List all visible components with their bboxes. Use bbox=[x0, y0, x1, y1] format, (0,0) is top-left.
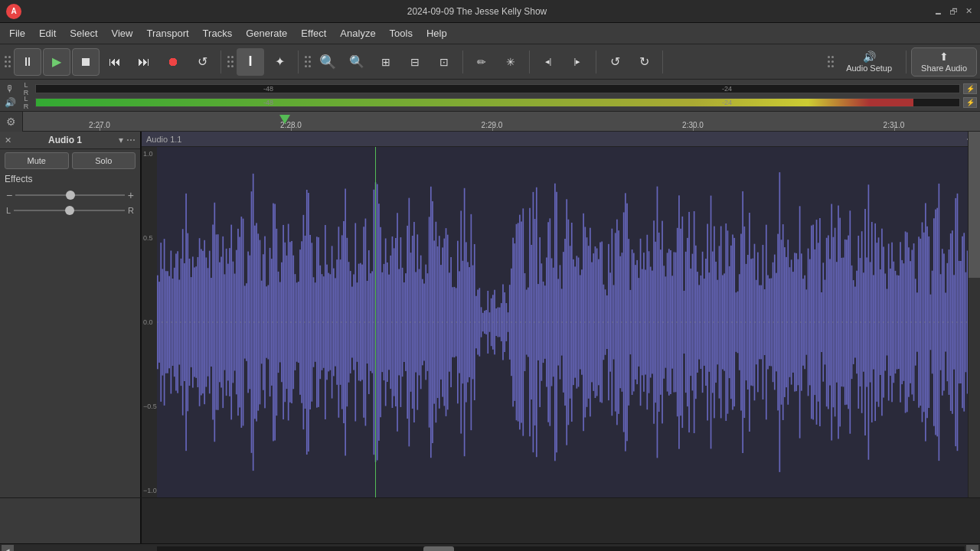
settings-gear-button[interactable]: ⚙ bbox=[0, 112, 23, 132]
maximize-button[interactable]: 🗗 bbox=[948, 6, 959, 17]
gain-slider[interactable] bbox=[15, 194, 125, 196]
menubar-item-help[interactable]: Help bbox=[420, 25, 453, 41]
vertical-scrollbar[interactable] bbox=[968, 132, 980, 497]
hscroll-track[interactable] bbox=[157, 546, 965, 552]
menubar-item-view[interactable]: View bbox=[106, 25, 139, 41]
drag-handle-tools[interactable] bbox=[226, 56, 235, 67]
trim-left-button[interactable]: ◂| bbox=[534, 48, 562, 76]
multi-tool-button[interactable]: ✳ bbox=[497, 48, 524, 76]
pan-label-l: L bbox=[6, 206, 11, 215]
meter-output-end[interactable]: ⚡ bbox=[963, 97, 977, 108]
pan-label-r: R bbox=[128, 206, 134, 215]
record-button[interactable]: ⏺ bbox=[159, 48, 187, 76]
track-close-icon[interactable]: ✕ bbox=[5, 135, 11, 145]
track-collapse-icon[interactable]: ▾ bbox=[119, 135, 123, 145]
menubar: FileEditSelectViewTransportTracksGenerat… bbox=[0, 23, 980, 44]
pause-button[interactable]: ⏸ bbox=[14, 48, 41, 76]
output-meter-bar[interactable]: -48 -24 bbox=[35, 98, 960, 107]
meter-input-end[interactable]: ⚡ bbox=[963, 83, 977, 94]
zoom-in-button[interactable]: 🔍 bbox=[314, 48, 341, 76]
input-meter-bar[interactable]: -48 -24 bbox=[35, 84, 960, 93]
menubar-item-generate[interactable]: Generate bbox=[240, 25, 293, 41]
hscroll-right-button[interactable]: ▸ bbox=[966, 545, 978, 552]
track-buttons: Mute Solo bbox=[0, 149, 140, 172]
zoom-fit-button[interactable]: ⊞ bbox=[372, 48, 400, 76]
audio-setup-button[interactable]: 🔊 Audio Setup bbox=[837, 47, 901, 77]
vscroll-thumb[interactable] bbox=[969, 132, 980, 278]
menubar-item-transport[interactable]: Transport bbox=[140, 25, 194, 41]
output-meter-icon[interactable]: 🔊 bbox=[3, 96, 17, 109]
meters-panel: 🎙 LR -48 -24 ⚡ 🔊 LR -48 -24 ⚡ bbox=[0, 80, 980, 112]
y-label-05: 0.5 bbox=[143, 234, 155, 242]
clip-name: Audio 1.1 bbox=[146, 135, 181, 144]
trim-right-button[interactable]: |▸ bbox=[564, 48, 591, 76]
ruler-tick-1 bbox=[291, 125, 292, 131]
track-menu-icon[interactable]: ⋯ bbox=[126, 135, 136, 145]
drag-handle-audio-setup[interactable] bbox=[826, 56, 835, 67]
mute-button[interactable]: Mute bbox=[5, 152, 69, 169]
ruler-tick-4 bbox=[894, 125, 895, 131]
drag-handle-transport[interactable] bbox=[3, 56, 12, 67]
track-header-icons: ▾ ⋯ bbox=[119, 135, 136, 145]
menubar-item-select[interactable]: Select bbox=[64, 25, 103, 41]
stop-button[interactable]: ⏹ bbox=[72, 48, 100, 76]
toolbar: ⏸ ▶ ⏹ ⏮ ⏭ ⏺ ↺ I ✦ 🔍 🔍 ⊞ ⊟ ⊡ ✏ ✳ ◂| |▸ ↺ … bbox=[0, 44, 980, 80]
share-audio-button[interactable]: ⬆ Share Audio bbox=[911, 47, 977, 77]
waveform-display[interactable] bbox=[157, 147, 980, 497]
waveform-canvas[interactable]: 1.0 0.5 0.0 −0.5 −1.0 bbox=[142, 147, 980, 497]
track-name: Audio 1 bbox=[48, 135, 82, 145]
skip-back-button[interactable]: ⏮ bbox=[101, 48, 129, 76]
meter-neg48: -48 bbox=[263, 85, 273, 93]
undo-button[interactable]: ↺ bbox=[601, 48, 629, 76]
horizontal-scrollbar: ◂ ▸ bbox=[0, 543, 980, 551]
play-button[interactable]: ▶ bbox=[43, 48, 70, 76]
menubar-item-file[interactable]: File bbox=[3, 25, 31, 41]
main-content: ✕ Audio 1 ▾ ⋯ Mute Solo Effects − + L R bbox=[0, 132, 980, 497]
y-axis: 1.0 0.5 0.0 −0.5 −1.0 bbox=[142, 147, 157, 497]
cursor-tool-button[interactable]: I bbox=[237, 48, 264, 76]
gain-minus-icon[interactable]: − bbox=[6, 189, 12, 201]
menubar-item-tools[interactable]: Tools bbox=[384, 25, 419, 41]
share-audio-label: Share Audio bbox=[921, 64, 967, 73]
playhead-line bbox=[375, 147, 376, 497]
hscroll-thumb[interactable] bbox=[423, 546, 454, 552]
skip-forward-button[interactable]: ⏭ bbox=[130, 48, 158, 76]
y-label-0: 0.0 bbox=[143, 318, 155, 326]
audio-setup-icon: 🔊 bbox=[863, 51, 876, 63]
close-button[interactable]: ✕ bbox=[963, 6, 974, 17]
timeline-row: ⚙ 2:27.0 2:28.0 2:29.0 2:30.0 2:31.0 bbox=[0, 112, 980, 132]
draw-tool-button[interactable]: ✏ bbox=[468, 48, 495, 76]
toolbar-sep-1 bbox=[220, 51, 221, 73]
effects-label: Effects bbox=[0, 172, 140, 186]
playhead-triangle bbox=[279, 115, 290, 124]
minimize-button[interactable]: 🗕 bbox=[933, 6, 943, 17]
solo-button[interactable]: Solo bbox=[72, 152, 136, 169]
gain-plus-icon[interactable]: + bbox=[128, 189, 134, 201]
menubar-item-tracks[interactable]: Tracks bbox=[197, 25, 239, 41]
gain-control: − + bbox=[0, 186, 140, 204]
toolbar-sep-4 bbox=[529, 51, 530, 73]
zoom-toggle-button[interactable]: ⊡ bbox=[430, 48, 458, 76]
toolbar-sep-5 bbox=[596, 51, 596, 73]
menubar-item-analyze[interactable]: Analyze bbox=[334, 25, 381, 41]
toolbar-sep-7 bbox=[906, 51, 906, 73]
output-meter-fill bbox=[36, 99, 913, 106]
clip-header: Audio 1.1 ⋯ bbox=[142, 132, 980, 147]
ruler-tick-2 bbox=[492, 125, 493, 131]
drag-handle-zoom[interactable] bbox=[303, 56, 312, 67]
loop-button[interactable]: ↺ bbox=[188, 48, 216, 76]
empty-track-panel bbox=[0, 498, 142, 543]
audio-setup-label: Audio Setup bbox=[846, 64, 892, 73]
ruler-tick-3 bbox=[693, 125, 694, 131]
envelope-tool-button[interactable]: ✦ bbox=[266, 48, 293, 76]
timeline-ruler[interactable]: 2:27.0 2:28.0 2:29.0 2:30.0 2:31.0 bbox=[23, 112, 980, 131]
redo-button[interactable]: ↻ bbox=[630, 48, 658, 76]
zoom-out2-button[interactable]: ⊟ bbox=[401, 48, 429, 76]
menubar-item-edit[interactable]: Edit bbox=[33, 25, 62, 41]
input-meter-icon[interactable]: 🎙 bbox=[3, 83, 17, 95]
hscroll-left-button[interactable]: ◂ bbox=[2, 545, 14, 552]
pan-slider[interactable] bbox=[14, 210, 125, 211]
menubar-item-effect[interactable]: Effect bbox=[295, 25, 332, 41]
zoom-out-button[interactable]: 🔍 bbox=[343, 48, 371, 76]
share-audio-icon: ⬆ bbox=[939, 51, 949, 63]
